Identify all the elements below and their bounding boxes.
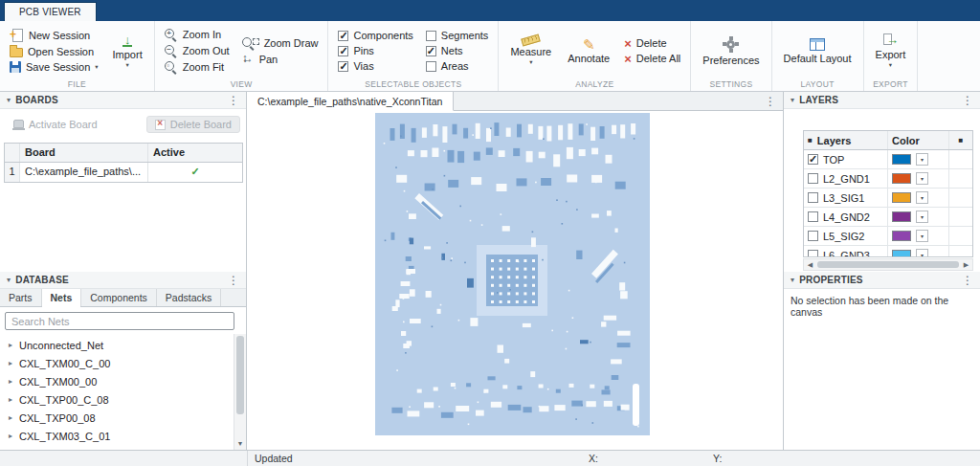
delete-all-icon: × — [624, 54, 632, 64]
components-checkbox-item[interactable]: Components — [335, 29, 415, 42]
net-list-item[interactable]: ▸ CXL_TXP00_08 — [0, 409, 234, 427]
zoom-out-button[interactable]: − Zoom Out — [162, 44, 233, 58]
layer-visible-checkbox[interactable] — [808, 173, 818, 184]
document-tab[interactable]: C:\example_file_paths\native_XconnTitan — [247, 92, 454, 111]
expand-arrow-icon[interactable]: ▸ — [9, 432, 12, 440]
preferences-button[interactable]: Preferences — [698, 34, 764, 68]
delete-board-icon — [155, 120, 166, 130]
save-icon — [10, 61, 21, 73]
annotate-button[interactable]: ✎ Annotate — [563, 36, 614, 66]
segments-checkbox-item[interactable]: Segments — [423, 29, 492, 42]
board-path-cell[interactable]: C:\example_file_paths\... — [20, 163, 148, 182]
zoom-draw-button[interactable]: Zoom Draw — [239, 36, 322, 51]
pins-checkbox[interactable] — [338, 46, 348, 56]
pcb-canvas[interactable] — [247, 111, 783, 450]
collapse-chevron-icon[interactable]: ▾ — [7, 96, 11, 104]
boards-menu-icon[interactable]: ⋮ — [228, 94, 239, 107]
pan-button[interactable]: ↔↕ Pan — [239, 53, 322, 66]
layer-row-l5-sig2[interactable]: L5_SIG2 ▾ — [804, 227, 972, 246]
save-session-button[interactable]: Save Session ▾ — [7, 60, 101, 74]
net-list-item[interactable]: ▸ CXL_TXP00_C_08 — [0, 390, 234, 409]
layer-color-dropdown[interactable]: ▾ — [916, 230, 928, 242]
layer-color-dropdown[interactable]: ▾ — [916, 172, 928, 185]
layer-visible-checkbox[interactable] — [808, 250, 818, 257]
pins-checkbox-item[interactable]: Pins — [335, 44, 415, 57]
areas-checkbox[interactable] — [426, 61, 436, 72]
layers-horizontal-scrollbar[interactable]: ◀ ▶ — [803, 258, 973, 271]
active-check-icon: ✓ — [148, 163, 242, 182]
properties-menu-icon[interactable]: ⋮ — [962, 274, 973, 287]
components-checkbox[interactable] — [338, 31, 348, 41]
expand-arrow-icon[interactable]: ▸ — [9, 395, 12, 404]
segments-label: Segments — [441, 30, 489, 41]
board-table-row[interactable]: 1 C:\example_file_paths\... ✓ — [5, 163, 242, 182]
collapse-chevron-icon[interactable]: ▾ — [791, 276, 794, 284]
nets-list-scrollbar[interactable]: ▼ — [234, 334, 246, 450]
layer-row-l4-gnd2[interactable]: L4_GND2 ▾ — [804, 208, 972, 227]
layer-color-dropdown[interactable]: ▾ — [916, 211, 928, 223]
layer-row-l3-sig1[interactable]: L3_SIG1 ▾ — [804, 189, 972, 208]
tab-nets[interactable]: Nets — [42, 289, 82, 306]
layer-visible-checkbox[interactable] — [808, 154, 818, 165]
preferences-label: Preferences — [702, 55, 759, 66]
scrollbar-thumb[interactable] — [817, 261, 959, 268]
net-list-item[interactable]: ▸ CXL_TXM03_C_01 — [0, 427, 234, 445]
export-button[interactable]: → Export ▾ — [871, 32, 911, 70]
tab-padstacks[interactable]: Padstacks — [157, 289, 221, 306]
layer-row-l2-gnd1[interactable]: L2_GND1 ▾ — [804, 169, 972, 189]
areas-checkbox-item[interactable]: Areas — [423, 59, 492, 73]
expand-arrow-icon[interactable]: ▸ — [9, 377, 12, 386]
ruler-icon — [522, 34, 541, 47]
open-folder-icon — [10, 48, 23, 57]
database-menu-icon[interactable]: ⋮ — [228, 274, 239, 287]
collapse-chevron-icon[interactable]: ▾ — [7, 276, 11, 284]
expand-arrow-icon[interactable]: ▸ — [9, 413, 12, 422]
delete-button[interactable]: × Delete — [621, 36, 683, 50]
layer-row-top[interactable]: TOP ▾ — [804, 150, 972, 169]
properties-panel-title: PROPERTIES — [799, 275, 862, 285]
layer-color-swatch — [892, 211, 911, 222]
layer-visible-checkbox[interactable] — [808, 211, 818, 222]
new-session-button[interactable]: + New Session — [7, 28, 101, 42]
expand-arrow-icon[interactable]: ▸ — [9, 341, 12, 349]
default-layout-button[interactable]: Default Layout — [779, 36, 857, 66]
document-menu-icon[interactable]: ⋮ — [765, 95, 783, 108]
collapse-chevron-icon[interactable]: ▾ — [791, 96, 794, 104]
delete-board-button[interactable]: Delete Board — [146, 116, 240, 133]
measure-button[interactable]: Measure ▾ — [505, 34, 556, 67]
open-session-button[interactable]: Open Session — [7, 44, 101, 58]
layer-color-dropdown[interactable]: ▾ — [916, 191, 928, 204]
scroll-down-icon[interactable]: ▼ — [234, 437, 246, 450]
segments-checkbox[interactable] — [426, 31, 436, 41]
layer-color-swatch — [892, 231, 911, 241]
tab-components[interactable]: Components — [81, 289, 157, 306]
layer-visible-checkbox[interactable] — [808, 231, 818, 241]
tab-parts[interactable]: Parts — [0, 289, 42, 306]
scroll-left-icon[interactable]: ◀ — [804, 259, 816, 270]
net-list-item[interactable]: ▸ CXL_TXM00_C_00 — [0, 354, 234, 372]
zoom-fit-button[interactable]: ▫ Zoom Fit — [162, 60, 233, 75]
activate-board-button[interactable]: Activate Board — [6, 117, 105, 132]
vias-checkbox[interactable] — [338, 61, 348, 72]
search-nets-input[interactable] — [5, 312, 234, 330]
net-list-item[interactable]: ▸ Unconnected_Net — [0, 336, 234, 354]
scroll-right-icon[interactable]: ▶ — [960, 259, 972, 270]
layer-row-l6-gnd3[interactable]: L6_GND3 ▾ — [804, 246, 972, 257]
components-label: Components — [353, 30, 412, 41]
zoom-in-button[interactable]: + Zoom In — [162, 28, 233, 42]
expand-arrow-icon[interactable]: ▸ — [9, 359, 12, 367]
delete-all-button[interactable]: × Delete All — [621, 52, 683, 65]
nets-checkbox[interactable] — [426, 46, 436, 56]
pcb-board-image[interactable] — [375, 113, 650, 435]
import-button[interactable]: ↓ Import ▾ — [108, 33, 147, 70]
nets-checkbox-item[interactable]: Nets — [423, 44, 492, 57]
pencil-icon: ✎ — [583, 38, 595, 51]
layer-visible-checkbox[interactable] — [808, 192, 818, 203]
net-list-item[interactable]: ▸ CXL_TXM00_00 — [0, 372, 234, 390]
app-tab-pcb-viewer[interactable]: PCB VIEWER — [4, 2, 97, 21]
scrollbar-thumb[interactable] — [236, 336, 244, 414]
vias-checkbox-item[interactable]: Vias — [335, 59, 415, 73]
layer-color-dropdown[interactable]: ▾ — [916, 249, 928, 257]
layer-color-dropdown[interactable]: ▾ — [916, 153, 928, 166]
layers-menu-icon[interactable]: ⋮ — [962, 94, 973, 107]
